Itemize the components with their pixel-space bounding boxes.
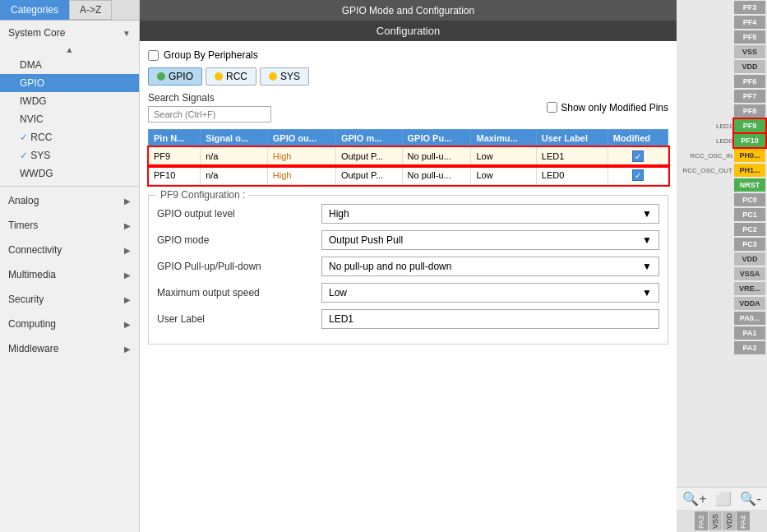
chip-pin-pa2[interactable]: PA2 <box>677 341 765 354</box>
sidebar-section-header-security[interactable]: Security ▶ <box>0 289 139 310</box>
sidebar-item-iwdg[interactable]: IWDG <box>0 92 139 110</box>
sidebar-tab-categories[interactable]: Categories <box>0 0 69 20</box>
gpio-tab-rcc[interactable]: RCC <box>206 67 256 86</box>
chip-pin-pc3[interactable]: PC3 <box>677 238 765 251</box>
sidebar-section-label-system-core: System Core <box>8 27 65 39</box>
sidebar-section-header-connectivity[interactable]: Connectivity ▶ <box>0 239 139 261</box>
chip-pin-pa0[interactable]: PA0... <box>677 312 765 325</box>
show-modified-group: Show only Modified Pins <box>547 102 668 113</box>
sidebar-section-header-timers[interactable]: Timers ▶ <box>0 215 139 236</box>
chip-pin-pf10[interactable]: LED0 PF10 <box>677 134 765 147</box>
chip-pin-box-pf4: PF4 <box>734 16 765 29</box>
sidebar-section-label-middleware: Middleware <box>8 343 58 354</box>
zoom-out-button[interactable]: 🔍- <box>740 491 760 507</box>
config-input-user-label[interactable] <box>321 309 659 329</box>
table-row-pf10[interactable]: PF10 n/a High Output P... No pull-u... L… <box>149 166 668 185</box>
chip-pin-pf3[interactable]: PF3 <box>677 1 765 14</box>
chip-pin-box-pf5: PF5 <box>734 30 765 44</box>
sidebar-section-header-multimedia[interactable]: Multimedia ▶ <box>0 264 139 285</box>
chip-pin-box-pf7: PF7 <box>734 90 765 103</box>
gpio-tab-gpio[interactable]: GPIO <box>148 67 202 86</box>
divider-1 <box>0 186 139 187</box>
chip-pin-pf7[interactable]: PF7 <box>677 90 765 103</box>
chip-pin-nrst[interactable]: NRST <box>677 178 765 192</box>
sidebar-section-header-computing[interactable]: Computing ▶ <box>0 313 139 335</box>
sidebar-section-security: Security ▶ <box>0 287 139 312</box>
chip-pin-pf9[interactable]: LED1 PF9 <box>677 119 765 132</box>
config-row-max-speed: Maximum output speed Low ▼ <box>157 283 659 303</box>
chip-pin-pf5[interactable]: PF5 <box>677 30 765 44</box>
chip-pin-ph0[interactable]: RCC_OSC_IN PH0... <box>677 149 765 162</box>
sidebar-section-header-system-core[interactable]: System Core ▼ <box>0 22 139 44</box>
chip-pin-box-vdda: VDDA <box>734 297 765 310</box>
cell-pf9-gpio-pull: No pull-u... <box>402 147 471 166</box>
chip-pin-ph1[interactable]: RCC_OSC_OUT PH1... <box>677 164 765 177</box>
col-gpio-pull: GPIO Pu... <box>402 130 471 147</box>
sidebar-tabs: Categories A->Z <box>0 0 139 21</box>
checkbox-pf9: ✓ <box>632 150 644 162</box>
chip-pin-vdda[interactable]: VDDA <box>677 297 765 310</box>
config-select-gpio-output-level[interactable]: High ▼ <box>321 204 659 224</box>
config-label-gpio-mode: GPIO mode <box>157 234 321 246</box>
config-select-gpio-mode[interactable]: Output Push Pull ▼ <box>321 230 659 250</box>
sidebar-item-gpio[interactable]: GPIO <box>0 74 139 92</box>
chip-pin-pa1[interactable]: PA1 <box>677 326 765 340</box>
chevron-right-icon-computing: ▶ <box>124 320 131 329</box>
sidebar-tab-atoz[interactable]: A->Z <box>69 0 112 20</box>
cell-pf10-signal: n/a <box>201 166 268 185</box>
cell-pf10-modified[interactable]: ✓ <box>608 166 668 185</box>
cell-pf10-gpio-pull: No pull-u... <box>402 166 471 185</box>
config-label-gpio-pull: GPIO Pull-up/Pull-down <box>157 261 321 272</box>
chip-pin-vss[interactable]: VSS <box>677 45 765 58</box>
sidebar-item-sys[interactable]: SYS <box>0 146 139 164</box>
sidebar-item-wwdg[interactable]: WWDG <box>0 164 139 183</box>
chip-pin-pc2[interactable]: PC2 <box>677 223 765 236</box>
sidebar-section-header-analog[interactable]: Analog ▶ <box>0 190 139 211</box>
dot-yellow-sys <box>269 72 277 81</box>
config-row-gpio-output-level: GPIO output level High ▼ <box>157 204 659 224</box>
chip-pin-box-vre...: VRE... <box>734 282 765 295</box>
config-select-gpio-pull[interactable]: No pull-up and no pull-down ▼ <box>321 257 659 276</box>
config-select-value-max-speed: Low <box>329 287 347 298</box>
chip-pin-box-pc1: PC1 <box>734 208 765 221</box>
table-row-pf9[interactable]: PF9 n/a High Output P... No pull-u... Lo… <box>149 147 668 166</box>
fit-button[interactable]: ⬜ <box>715 491 732 507</box>
col-modified: Modified <box>608 130 668 147</box>
chip-pin-pc0[interactable]: PC0 <box>677 193 765 206</box>
config-select-value-gpio-pull: No pull-up and no pull-down <box>329 261 451 272</box>
show-modified-label: Show only Modified Pins <box>561 102 668 113</box>
table-container: Pin N... Signal o... GPIO ou... GPIO m..… <box>148 129 668 185</box>
main-content: GPIO Mode and Configuration Configuratio… <box>140 0 677 532</box>
chip-pin-box-ph0...: PH0... <box>734 149 765 162</box>
chip-pin-vdd[interactable]: VDD <box>677 252 765 266</box>
chip-pin-box-pf10: PF10 <box>734 134 765 147</box>
sidebar-section-middleware: Middleware ▶ <box>0 336 139 361</box>
cell-pf9-modified[interactable]: ✓ <box>608 147 668 166</box>
gpio-tab-sys[interactable]: SYS <box>260 67 309 86</box>
chip-pin-pf6[interactable]: PF6 <box>677 75 765 88</box>
sidebar-section-multimedia: Multimedia ▶ <box>0 262 139 287</box>
chip-pin-vdd[interactable]: VDD <box>677 60 765 73</box>
chip-pin-vssa[interactable]: VSSA <box>677 267 765 280</box>
search-input[interactable] <box>148 106 271 123</box>
config-panel: Configuration Group By Peripherals GPIO … <box>140 21 677 532</box>
sidebar-item-dma[interactable]: DMA <box>0 56 139 74</box>
config-select-max-speed[interactable]: Low ▼ <box>321 283 659 303</box>
group-by-checkbox[interactable] <box>148 50 159 61</box>
chip-pin-pc1[interactable]: PC1 <box>677 208 765 221</box>
sidebar-section-connectivity: Connectivity ▶ <box>0 238 139 262</box>
sidebar-item-nvic[interactable]: NVIC <box>0 110 139 128</box>
cell-pf9-signal: n/a <box>201 147 268 166</box>
zoom-in-button[interactable]: 🔍+ <box>682 491 706 507</box>
chip-pin-pf4[interactable]: PF4 <box>677 16 765 29</box>
sidebar-section-header-middleware[interactable]: Middleware ▶ <box>0 338 139 359</box>
show-modified-checkbox[interactable] <box>547 102 557 113</box>
chip-pin-pf8[interactable]: PF8 <box>677 104 765 118</box>
sidebar-section-computing: Computing ▶ <box>0 312 139 336</box>
col-user-label: User Label <box>536 130 608 147</box>
sidebar-item-rcc[interactable]: RCC <box>0 128 139 146</box>
chevron-right-icon-timers: ▶ <box>124 221 131 230</box>
chip-pin-box-vdd: VDD <box>734 252 765 266</box>
sidebar-section-label-computing: Computing <box>8 318 56 330</box>
chip-pin-vre[interactable]: VRE... <box>677 282 765 295</box>
